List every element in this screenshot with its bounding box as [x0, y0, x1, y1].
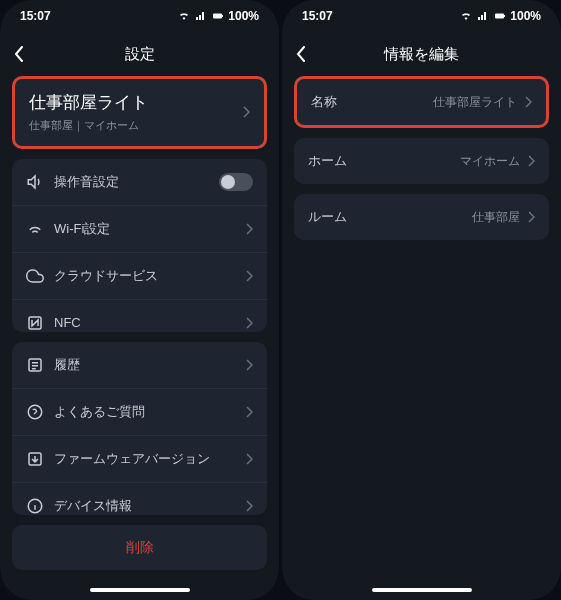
row-label: 名称 [311, 93, 337, 111]
chevron-right-icon [525, 96, 532, 108]
home-indicator[interactable] [90, 588, 190, 592]
chevron-right-icon [528, 155, 535, 167]
status-bar: 15:07 100% [282, 0, 561, 32]
volume-icon [26, 173, 44, 191]
row-device-info[interactable]: デバイス情報 [12, 483, 267, 515]
firmware-icon [26, 450, 44, 468]
svg-rect-0 [213, 14, 222, 19]
chevron-right-icon [246, 500, 253, 512]
signal-status-icon [476, 10, 490, 22]
chevron-right-icon [246, 317, 253, 329]
settings-group-1: 操作音設定 Wi-Fi設定 クラウドサービス [12, 159, 267, 332]
row-faq[interactable]: よくあるご質問 [12, 389, 267, 436]
row-value: 仕事部屋ライト [433, 94, 517, 111]
sound-toggle[interactable] [219, 173, 253, 191]
device-name: 仕事部屋ライト [29, 91, 148, 114]
row-label: NFC [54, 315, 81, 330]
back-button[interactable] [14, 46, 24, 62]
battery-status-icon [211, 10, 225, 22]
chevron-right-icon [246, 359, 253, 371]
status-time: 15:07 [20, 9, 51, 23]
chevron-right-icon [246, 270, 253, 282]
chevron-right-icon [246, 223, 253, 235]
page-title: 情報を編集 [384, 45, 459, 64]
row-cloud-service[interactable]: クラウドサービス [12, 253, 267, 300]
edit-content: 名称 仕事部屋ライト ホーム マイホーム ルーム 仕事部屋 [282, 76, 561, 582]
phone-screen-settings: 15:07 100% 設定 仕事部屋ライト 仕事部屋｜マイホーム 操作音設定 [0, 0, 279, 600]
row-value: 仕事部屋 [472, 209, 520, 226]
chevron-right-icon [246, 406, 253, 418]
row-label: ホーム [308, 152, 347, 170]
row-name[interactable]: 名称 仕事部屋ライト [294, 76, 549, 128]
row-label: ルーム [308, 208, 347, 226]
svg-rect-8 [504, 15, 505, 17]
row-nfc[interactable]: NFC [12, 300, 267, 332]
status-time: 15:07 [302, 9, 333, 23]
delete-button[interactable]: 削除 [12, 525, 267, 570]
row-label: よくあるご質問 [54, 403, 145, 421]
nfc-icon [26, 314, 44, 332]
device-location: 仕事部屋｜マイホーム [29, 118, 148, 133]
battery-percent: 100% [228, 9, 259, 23]
device-info: 仕事部屋ライト 仕事部屋｜マイホーム [29, 91, 148, 133]
row-sound-settings[interactable]: 操作音設定 [12, 159, 267, 206]
row-label: ファームウェアバージョン [54, 450, 210, 468]
phone-screen-edit-info: 15:07 100% 情報を編集 名称 仕事部屋ライト ホーム マイホーム [282, 0, 561, 600]
chevron-right-icon [528, 211, 535, 223]
settings-group-2: 履歴 よくあるご質問 ファームウェアバージョン [12, 342, 267, 515]
page-title: 設定 [125, 45, 155, 64]
battery-percent: 100% [510, 9, 541, 23]
row-home[interactable]: ホーム マイホーム [294, 138, 549, 184]
settings-content: 仕事部屋ライト 仕事部屋｜マイホーム 操作音設定 Wi-Fi設定 [0, 76, 279, 582]
help-icon [26, 403, 44, 421]
row-history[interactable]: 履歴 [12, 342, 267, 389]
cloud-icon [26, 267, 44, 285]
chevron-right-icon [246, 453, 253, 465]
battery-status-icon [493, 10, 507, 22]
device-card[interactable]: 仕事部屋ライト 仕事部屋｜マイホーム [12, 76, 267, 149]
chevron-right-icon [243, 106, 250, 118]
row-value: マイホーム [460, 153, 520, 170]
wifi-status-icon [177, 10, 191, 22]
header: 設定 [0, 32, 279, 76]
wifi-status-icon [459, 10, 473, 22]
header: 情報を編集 [282, 32, 561, 76]
wifi-icon [26, 220, 44, 238]
row-wifi-settings[interactable]: Wi-Fi設定 [12, 206, 267, 253]
svg-rect-7 [495, 14, 504, 19]
signal-status-icon [194, 10, 208, 22]
history-icon [26, 356, 44, 374]
back-button[interactable] [296, 46, 306, 62]
chevron-left-icon [14, 46, 24, 62]
status-right: 100% [177, 9, 259, 23]
status-bar: 15:07 100% [0, 0, 279, 32]
delete-label: 削除 [126, 539, 154, 555]
chevron-left-icon [296, 46, 306, 62]
row-label: 履歴 [54, 356, 80, 374]
row-label: デバイス情報 [54, 497, 132, 515]
info-icon [26, 497, 44, 515]
row-firmware[interactable]: ファームウェアバージョン [12, 436, 267, 483]
row-label: クラウドサービス [54, 267, 158, 285]
row-room[interactable]: ルーム 仕事部屋 [294, 194, 549, 240]
svg-rect-1 [222, 15, 223, 17]
row-label: Wi-Fi設定 [54, 220, 110, 238]
home-indicator[interactable] [372, 588, 472, 592]
row-label: 操作音設定 [54, 173, 119, 191]
status-right: 100% [459, 9, 541, 23]
